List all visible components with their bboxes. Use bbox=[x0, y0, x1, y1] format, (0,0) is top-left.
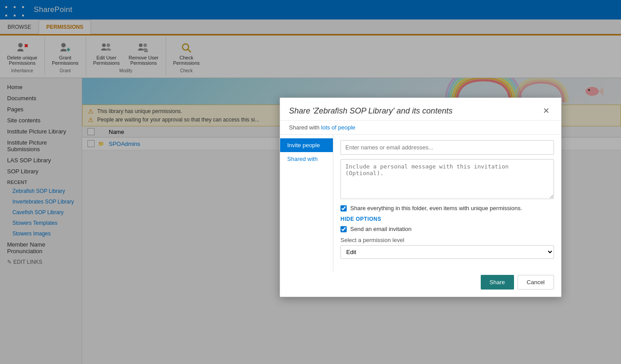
share-everything-checkbox[interactable] bbox=[340, 205, 347, 211]
permission-level-label: Select a permission level bbox=[340, 237, 554, 243]
dialog-header: Share 'Zebrafish SOP Library' and its co… bbox=[280, 98, 561, 121]
shared-with-nav[interactable]: Shared with bbox=[280, 152, 333, 166]
dialog-footer: Share Cancel bbox=[280, 271, 561, 297]
message-textarea[interactable] bbox=[340, 159, 554, 199]
permission-level-select[interactable]: Edit View Only Full Control bbox=[340, 245, 554, 259]
dialog-subtitle: Shared with lots of people bbox=[280, 121, 561, 135]
dialog-title: Share 'Zebrafish SOP Library' and its co… bbox=[289, 106, 452, 116]
dialog-right-content: Share everything in this folder, even it… bbox=[333, 135, 561, 271]
close-dialog-button[interactable]: ✕ bbox=[540, 105, 552, 117]
send-email-checkbox[interactable] bbox=[340, 226, 347, 232]
share-everything-row: Share everything in this folder, even it… bbox=[340, 205, 554, 211]
email-input[interactable] bbox=[340, 140, 554, 155]
share-button[interactable]: Share bbox=[481, 275, 514, 290]
lots-of-people-link[interactable]: lots of people bbox=[321, 124, 355, 131]
dialog-title-name: Zebrafish SOP Library bbox=[314, 106, 392, 115]
share-dialog: Share 'Zebrafish SOP Library' and its co… bbox=[280, 98, 562, 297]
send-email-label: Send an email invitation bbox=[350, 226, 411, 232]
hide-options-link[interactable]: HIDE OPTIONS bbox=[340, 216, 554, 222]
share-everything-label: Share everything in this folder, even it… bbox=[350, 205, 522, 211]
cancel-button[interactable]: Cancel bbox=[518, 275, 554, 290]
invite-people-nav[interactable]: Invite people bbox=[280, 138, 333, 152]
send-email-row: Send an email invitation bbox=[340, 226, 554, 232]
dialog-body: Invite people Shared with Share everythi… bbox=[280, 135, 561, 271]
dialog-left-nav: Invite people Shared with bbox=[280, 135, 333, 271]
